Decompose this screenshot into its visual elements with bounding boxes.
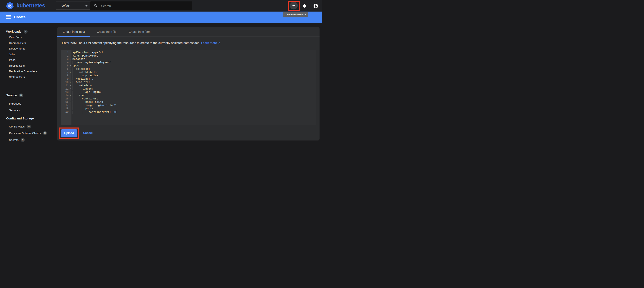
namespaced-badge: N (27, 125, 31, 128)
fold-arrow-icon[interactable]: ▾ (70, 84, 71, 87)
fold-arrow-icon[interactable]: ▾ (70, 71, 71, 74)
code-line: apiVersion: apps/v1 (72, 51, 316, 54)
sidebar-item-label: Stateful Sets (9, 76, 25, 79)
sidebar-item[interactable]: Persistent Volume ClaimsN (0, 130, 57, 137)
fold-arrow-icon[interactable]: ▾ (70, 94, 71, 97)
line-number: 12▾ (61, 87, 72, 91)
sidebar-item[interactable]: Replication Controllers (0, 68, 57, 74)
description-text: Enter YAML or JSON content specifying th… (62, 41, 200, 45)
code-line: selector: (72, 67, 316, 71)
sidebar-items: Cron JobsDaemon SetsDeploymentsJobsPodsR… (0, 35, 57, 80)
editor-code[interactable]: apiVersion: apps/v1kind: Deploymentmetad… (72, 50, 316, 125)
sidebar-items: IngressesServices (0, 100, 57, 114)
menu-icon[interactable] (6, 15, 11, 19)
line-number: 16▾ (61, 100, 72, 104)
fold-arrow-icon[interactable]: ▾ (70, 81, 71, 84)
namespaced-badge: N (19, 93, 23, 97)
code-line: replicas: 2 (72, 77, 316, 81)
sidebar-item[interactable]: Stateful Sets (0, 74, 57, 80)
cancel-button[interactable]: Cancel (82, 131, 94, 135)
sidebar-item[interactable]: Services (0, 107, 57, 114)
bell-icon (302, 3, 307, 8)
account-circle-icon (313, 3, 318, 9)
sidebar-item-label: Secrets (9, 138, 18, 141)
fold-arrow-icon[interactable]: ▾ (70, 64, 71, 67)
sidebar-item[interactable]: Daemon Sets (0, 40, 57, 46)
sidebar-section-header-config[interactable]: Config and Storage (0, 115, 57, 121)
create-new-resource-button[interactable] (290, 2, 298, 10)
namespace-select[interactable]: default (56, 1, 92, 10)
code-line: image: nginx:1.14.2 (72, 104, 316, 107)
code-line: spec: (72, 64, 316, 67)
fold-arrow-icon[interactable]: ▾ (70, 100, 71, 104)
tab-create-from-form[interactable]: Create from form (123, 27, 156, 37)
line-number: 3▾ (61, 58, 72, 61)
line-number: 9 (61, 77, 72, 81)
code-line: labels: (72, 87, 316, 91)
sidebar-item-label: Replication Controllers (9, 70, 37, 73)
top-bar: kubernetes default (0, 0, 322, 12)
sidebar-item[interactable]: Ingresses (0, 100, 57, 107)
code-line: spec: (72, 94, 316, 97)
sidebar-item-label: Jobs (9, 53, 15, 56)
text-cursor (116, 110, 116, 113)
code-line: matchLabels: (72, 71, 316, 74)
sidebar: WorkloadsNCron JobsDaemon SetsDeployment… (0, 23, 57, 144)
account-button[interactable] (313, 3, 318, 8)
sidebar-section-label: Workloads (6, 30, 22, 33)
sidebar-section-header-service[interactable]: ServiceN (0, 92, 57, 98)
namespace-value: default (62, 4, 70, 7)
line-number: 10▾ (61, 81, 72, 84)
kubernetes-logo-icon (6, 2, 14, 10)
sidebar-item-label: Pods (9, 58, 16, 61)
code-line: app: nginx (72, 74, 316, 77)
fold-arrow-icon[interactable]: ▾ (70, 58, 71, 61)
kubernetes-wordmark: kubernetes (16, 3, 45, 9)
notifications-button[interactable] (302, 3, 307, 8)
editor-gutter: 123▾45▾6▾7▾8910▾11▾12▾1314▾1516▾171819 (61, 50, 72, 125)
sidebar-item[interactable]: Config MapsN (0, 123, 57, 130)
sidebar-item-label: Cron Jobs (9, 36, 22, 39)
search-box (90, 2, 192, 10)
line-number: 8 (61, 74, 72, 77)
sidebar-item[interactable]: SecretsN (0, 136, 57, 143)
chevron-down-icon (86, 5, 88, 7)
sidebar-item[interactable]: Cron Jobs (0, 35, 57, 40)
search-input[interactable] (101, 4, 192, 8)
code-line: metadata: (72, 58, 316, 61)
code-line: kind: Deployment (72, 54, 316, 58)
learn-more-link[interactable]: Learn more (201, 41, 220, 45)
tooltip: Create new resource (283, 12, 308, 17)
sidebar-item[interactable]: Pods (0, 57, 57, 63)
code-line: name: nginx-deployment (72, 61, 316, 64)
page-title: Create (14, 15, 26, 19)
fold-arrow-icon[interactable]: ▾ (70, 87, 71, 91)
sidebar-item-label: Config Maps (9, 125, 25, 128)
sidebar-item-label: Replica Sets (9, 64, 25, 67)
search-icon (94, 4, 98, 8)
tab-create-from-file[interactable]: Create from file (90, 27, 123, 37)
sidebar-section-label: Service (6, 94, 17, 97)
kubernetes-dashboard: kubernetes default (0, 0, 322, 144)
yaml-editor[interactable]: 123▾45▾6▾7▾8910▾11▾12▾1314▾1516▾171819 a… (61, 50, 316, 125)
namespaced-badge: N (24, 30, 28, 34)
line-number: 5▾ (61, 64, 72, 67)
code-line: app: nginx (72, 91, 316, 94)
tab-create-from-input[interactable]: Create from input (57, 27, 90, 37)
sidebar-item-label: Ingresses (9, 102, 21, 105)
sidebar-item[interactable]: Deployments (0, 46, 57, 52)
create-card: Create from inputCreate from fileCreate … (57, 27, 320, 140)
sidebar-section-label: Config and Storage (6, 117, 34, 120)
sidebar-section-header-workloads[interactable]: WorkloadsN (0, 29, 57, 35)
sidebar-item[interactable]: Replica Sets (0, 63, 57, 69)
sidebar-item[interactable]: Jobs (0, 52, 57, 57)
sidebar-section-config: Config and StorageConfig MapsNPersistent… (0, 115, 57, 143)
code-line: - name: nginx (72, 100, 316, 104)
upload-button[interactable]: Upload (61, 129, 77, 137)
description: Enter YAML or JSON content specifying th… (62, 41, 314, 45)
namespaced-badge: N (21, 138, 25, 142)
app-bar: Create (0, 12, 322, 23)
code-line: metadata: (72, 84, 316, 87)
fold-arrow-icon[interactable]: ▾ (70, 67, 71, 71)
tab-bar: Create from inputCreate from fileCreate … (57, 27, 320, 37)
